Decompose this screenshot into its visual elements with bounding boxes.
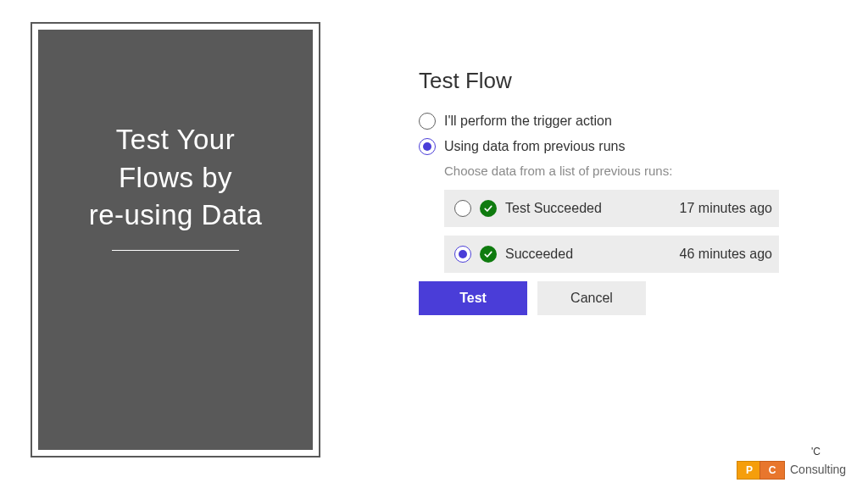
logo-boxes: P C bbox=[737, 461, 785, 480]
logo-p-icon: P bbox=[737, 461, 762, 480]
button-row: Test Cancel bbox=[419, 281, 783, 315]
radio-icon bbox=[454, 246, 471, 263]
previous-runs-hint: Choose data from a list of previous runs… bbox=[444, 164, 783, 178]
radio-icon bbox=[419, 113, 436, 130]
success-check-icon bbox=[480, 246, 497, 263]
slide-title: Test Your Flows by re-using Data bbox=[89, 121, 263, 235]
option-manual-trigger[interactable]: I'll perform the trigger action bbox=[419, 113, 783, 130]
slide-title-panel: Test Your Flows by re-using Data bbox=[32, 24, 319, 456]
run-time: 17 minutes ago bbox=[680, 201, 772, 216]
radio-icon bbox=[454, 200, 471, 217]
run-label: Succeeded bbox=[505, 247, 680, 262]
logo-c-icon: C bbox=[760, 461, 785, 480]
previous-runs-list: Test Succeeded 17 minutes ago Succeeded … bbox=[444, 190, 779, 273]
run-label: Test Succeeded bbox=[505, 201, 680, 216]
panel-title: Test Flow bbox=[419, 68, 783, 94]
run-row[interactable]: Succeeded 46 minutes ago bbox=[444, 236, 779, 273]
slide-title-line1: Test Your bbox=[116, 124, 235, 155]
footer-logo: 'C P C Consulting bbox=[732, 446, 868, 488]
run-row[interactable]: Test Succeeded 17 minutes ago bbox=[444, 190, 779, 227]
option-label: I'll perform the trigger action bbox=[444, 114, 612, 129]
cancel-button[interactable]: Cancel bbox=[537, 281, 646, 315]
slide-title-line2: Flows by bbox=[119, 162, 232, 193]
option-label: Using data from previous runs bbox=[444, 139, 625, 154]
success-check-icon bbox=[480, 200, 497, 217]
run-time: 46 minutes ago bbox=[680, 247, 772, 262]
logo-text: Consulting bbox=[790, 463, 846, 476]
trigger-options-group: I'll perform the trigger action Using da… bbox=[419, 113, 783, 178]
slide-title-line3: re-using Data bbox=[89, 199, 263, 230]
test-button[interactable]: Test bbox=[419, 281, 527, 315]
test-flow-panel: Test Flow I'll perform the trigger actio… bbox=[419, 68, 783, 315]
logo-fragment: 'C bbox=[811, 446, 821, 458]
radio-icon bbox=[419, 138, 436, 155]
title-underline bbox=[112, 250, 239, 251]
option-previous-runs[interactable]: Using data from previous runs bbox=[419, 138, 783, 155]
